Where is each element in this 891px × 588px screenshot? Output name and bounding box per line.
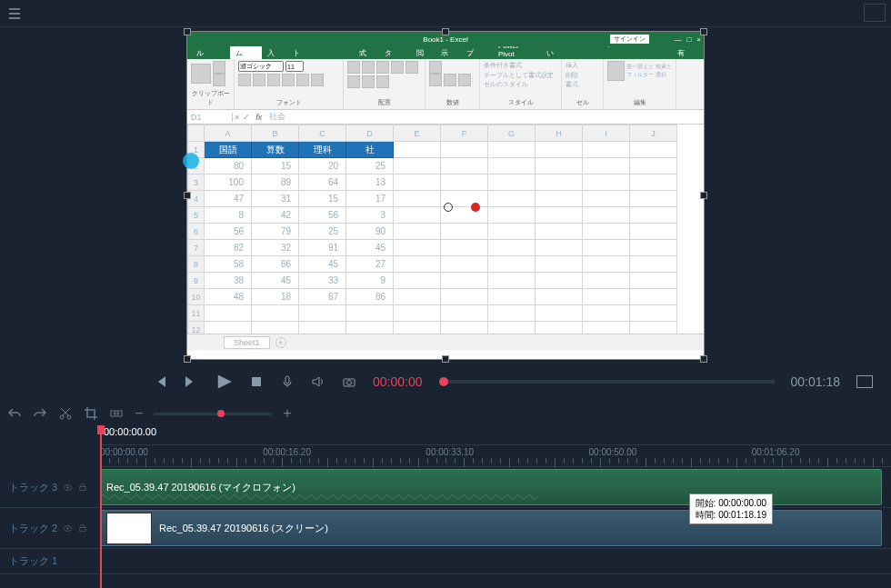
cell[interactable]: [441, 305, 488, 322]
percent-icon[interactable]: [444, 74, 456, 86]
cell[interactable]: 8: [205, 207, 252, 224]
mic-icon[interactable]: [280, 374, 295, 389]
cell[interactable]: 66: [252, 256, 299, 273]
cell[interactable]: [583, 191, 630, 207]
cell[interactable]: [536, 273, 583, 289]
cell[interactable]: [441, 158, 488, 174]
cell[interactable]: 91: [299, 240, 346, 256]
cell[interactable]: 100: [205, 174, 252, 191]
cell[interactable]: [394, 158, 441, 174]
formula-content[interactable]: 社会: [265, 111, 704, 123]
zoom-out-button[interactable]: −: [135, 405, 143, 422]
cell[interactable]: [346, 305, 394, 322]
cell[interactable]: [583, 256, 630, 273]
cell[interactable]: [536, 191, 583, 207]
cell[interactable]: [630, 207, 677, 224]
cell[interactable]: 45: [252, 273, 299, 289]
crop-icon[interactable]: [84, 406, 98, 421]
cut-icon[interactable]: [58, 406, 73, 421]
cell[interactable]: 56: [299, 207, 346, 224]
cell[interactable]: [583, 207, 630, 224]
paste-icon[interactable]: [191, 64, 211, 84]
cell[interactable]: [583, 305, 630, 322]
col-header[interactable]: H: [536, 125, 583, 142]
resize-handle[interactable]: [184, 28, 191, 35]
cell[interactable]: [394, 289, 441, 305]
align-icon[interactable]: [347, 75, 360, 88]
cell[interactable]: [441, 256, 488, 273]
menu-icon[interactable]: [7, 6, 22, 21]
cell[interactable]: [583, 240, 630, 256]
fit-icon[interactable]: [109, 406, 124, 421]
panel-toggle-icon[interactable]: [864, 4, 886, 22]
cut-icon[interactable]: [213, 61, 225, 74]
col-header[interactable]: G: [488, 125, 536, 142]
currency-icon[interactable]: [429, 74, 442, 86]
cell[interactable]: [394, 142, 441, 158]
cell[interactable]: [583, 174, 630, 191]
cell[interactable]: 86: [346, 289, 394, 305]
lock-icon[interactable]: [78, 523, 87, 533]
cell[interactable]: 国語: [205, 142, 252, 158]
row-header[interactable]: 10: [188, 289, 205, 305]
cell[interactable]: [536, 240, 583, 256]
cell[interactable]: 15: [299, 191, 346, 207]
cell[interactable]: [630, 240, 677, 256]
comma-icon[interactable]: [458, 74, 471, 86]
prev-icon[interactable]: [153, 374, 167, 389]
cell[interactable]: 18: [252, 289, 299, 305]
cell[interactable]: 80: [205, 158, 252, 174]
cell[interactable]: 45: [346, 240, 394, 256]
cell[interactable]: 90: [346, 224, 394, 240]
seek-knob[interactable]: [439, 377, 448, 386]
cell[interactable]: [630, 256, 677, 273]
cell[interactable]: [394, 240, 441, 256]
lock-icon[interactable]: [78, 483, 87, 492]
add-sheet-button[interactable]: +: [275, 337, 286, 348]
cell[interactable]: [583, 158, 630, 174]
cell[interactable]: 56: [205, 224, 252, 240]
select-all[interactable]: [188, 125, 205, 142]
cell[interactable]: [394, 273, 441, 289]
cell[interactable]: [488, 273, 536, 289]
find-select-button[interactable]: 検索と 選択: [656, 63, 672, 79]
cell[interactable]: [583, 224, 630, 240]
border-icon[interactable]: [282, 74, 295, 86]
cell[interactable]: [630, 191, 677, 207]
numfmt-icon[interactable]: [429, 61, 442, 74]
cell[interactable]: 31: [252, 191, 299, 207]
excel-window[interactable]: Book1 - Excel サインイン —□× ファイルホーム挿入ページレイアウ…: [187, 32, 704, 359]
col-header[interactable]: A: [205, 125, 252, 142]
resize-handle[interactable]: [442, 28, 449, 35]
cell[interactable]: [394, 305, 441, 322]
cell[interactable]: 3: [346, 207, 394, 224]
resize-handle[interactable]: [184, 355, 191, 363]
cell[interactable]: [394, 256, 441, 273]
eye-icon[interactable]: [63, 523, 73, 533]
cell[interactable]: [441, 224, 488, 240]
window-controls[interactable]: —□×: [674, 35, 701, 44]
cell[interactable]: [583, 289, 630, 305]
cell[interactable]: [488, 158, 536, 174]
row-header[interactable]: 3: [188, 174, 205, 191]
cell[interactable]: 32: [252, 240, 299, 256]
cell[interactable]: 社: [346, 142, 394, 158]
cell[interactable]: [299, 305, 346, 322]
cell[interactable]: 67: [299, 289, 346, 305]
cell[interactable]: 9: [346, 273, 394, 289]
row-header[interactable]: 9: [188, 273, 205, 289]
cell[interactable]: 理科: [299, 142, 346, 158]
cell[interactable]: 42: [252, 207, 299, 224]
cell[interactable]: 64: [299, 174, 346, 191]
delete-button[interactable]: 削除: [566, 71, 599, 81]
merge-icon[interactable]: [376, 75, 389, 88]
fontcolor-icon[interactable]: [311, 74, 324, 86]
align-icon[interactable]: [347, 61, 360, 74]
eye-icon[interactable]: [63, 483, 73, 493]
cell[interactable]: 38: [205, 273, 252, 289]
cell[interactable]: [630, 305, 677, 322]
timeline-ruler[interactable]: 00:00:00.00 00:00:00.0000:00:16.2000:00:…: [100, 427, 891, 467]
cell[interactable]: [488, 305, 536, 322]
resize-handle[interactable]: [700, 192, 707, 199]
row-header[interactable]: 8: [188, 256, 205, 273]
